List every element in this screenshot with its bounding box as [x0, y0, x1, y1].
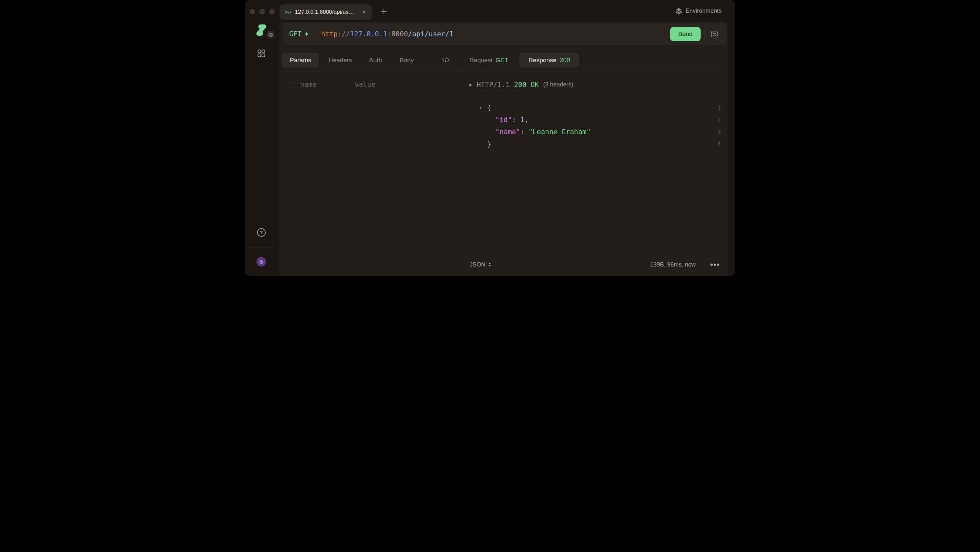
- tab-body[interactable]: Body: [399, 53, 414, 67]
- protocol-label: HTTP/1.1: [477, 81, 510, 89]
- param-value-input[interactable]: [355, 79, 427, 90]
- workspaces-button[interactable]: [258, 49, 265, 57]
- response-format-value: JSON: [470, 261, 485, 268]
- workspace-badge[interactable]: [267, 31, 274, 39]
- url-token: http: [321, 30, 338, 38]
- param-enabled-checkbox[interactable]: [290, 81, 296, 87]
- tab-auth[interactable]: Auth: [369, 53, 382, 67]
- fold-gutter: [477, 126, 484, 138]
- code-view-button[interactable]: [442, 56, 450, 63]
- code-text: }: [487, 138, 491, 150]
- sidebar-divider: [248, 247, 274, 247]
- tab-params[interactable]: Params: [282, 53, 319, 67]
- tab-params-label: Params: [290, 57, 311, 64]
- dock-panel-icon: [710, 30, 718, 38]
- urlbar-divider: [705, 23, 705, 45]
- url-bar: GET http://127.0.0.1:8000/api/user/1 Sen…: [283, 23, 727, 45]
- layers-icon: [675, 8, 682, 14]
- response-body: ▼{1"id": 1,2"name": "Leanne Graham"3}4: [279, 102, 728, 150]
- param-row-divider: [289, 94, 446, 94]
- line-number: 3: [708, 126, 721, 138]
- tab-request[interactable]: Request GET: [469, 53, 508, 67]
- line-number: 2: [708, 114, 721, 126]
- grid-icon: [258, 49, 265, 57]
- code-line: "name": "Leanne Graham"3: [279, 126, 728, 138]
- tabrow-divider: [279, 71, 728, 71]
- url-input[interactable]: http://127.0.0.1:8000/api/user/1: [321, 23, 453, 45]
- code-text: "id": 1,: [487, 114, 528, 126]
- tab-headers[interactable]: Headers: [329, 53, 352, 67]
- sort-arrows-icon: [488, 263, 491, 267]
- user-avatar[interactable]: [256, 257, 266, 266]
- tab-request-label: Request: [469, 57, 493, 64]
- code-line: "id": 1,2: [279, 114, 728, 126]
- tab-response-label: Response: [528, 57, 557, 64]
- layout-panel-button[interactable]: [710, 30, 718, 38]
- code-line: ▼{1: [279, 102, 728, 114]
- response-format-select[interactable]: JSON: [470, 259, 491, 270]
- code-line: }4: [279, 138, 728, 150]
- headers-count: (3 headers): [543, 81, 573, 88]
- param-name-input[interactable]: [300, 79, 349, 90]
- fold-gutter: [477, 138, 484, 150]
- send-button[interactable]: Send: [670, 27, 701, 41]
- triangle-right-icon: ▶: [469, 82, 473, 87]
- app-window: GET 127.0.0.1:8000/api/us… ✕ Environment…: [245, 0, 735, 276]
- tab-response[interactable]: Response 200: [519, 53, 579, 67]
- request-tab[interactable]: GET 127.0.0.1:8000/api/us… ✕: [280, 4, 372, 20]
- tab-request-method: GET: [496, 57, 508, 64]
- new-tab-button[interactable]: [379, 7, 388, 16]
- cube-icon: [268, 32, 273, 37]
- help-icon: ?: [260, 230, 263, 235]
- tab-title: 127.0.0.1:8000/api/us…: [295, 9, 354, 15]
- response-status-line[interactable]: ▶ HTTP/1.1 200 OK (3 headers): [469, 79, 573, 91]
- plus-icon: [380, 8, 388, 15]
- incognito-avatar-icon: [258, 259, 264, 265]
- url-token: /api/user/1: [408, 30, 453, 38]
- triangle-down-icon[interactable]: ▼: [477, 102, 484, 114]
- response-divider: [479, 94, 723, 94]
- status-label: 200 OK: [514, 81, 539, 89]
- help-button[interactable]: ?: [257, 228, 266, 237]
- ellipsis-icon: [710, 263, 713, 266]
- url-token: ://: [338, 30, 350, 38]
- traffic-light-zoom[interactable]: [269, 9, 275, 14]
- response-menu-button[interactable]: [710, 259, 719, 270]
- app-logo[interactable]: [256, 24, 266, 37]
- line-number: 4: [708, 138, 721, 150]
- fold-gutter: [477, 114, 484, 126]
- traffic-light-close[interactable]: [250, 9, 255, 14]
- environments-label: Environments: [686, 8, 722, 14]
- close-icon[interactable]: ✕: [361, 9, 367, 15]
- url-token: :: [387, 30, 391, 38]
- code-text: {: [487, 102, 491, 114]
- response-status-badge: 200: [560, 57, 570, 64]
- code-text: "name": "Leanne Graham": [487, 126, 590, 138]
- method-select[interactable]: GET: [289, 23, 308, 45]
- url-token: 127.0.0.1: [350, 30, 388, 38]
- code-icon: [442, 56, 450, 63]
- tab-method-badge: GET: [285, 11, 292, 14]
- response-meta: 139B, 96ms, now: [650, 259, 696, 270]
- url-token: 8000: [391, 30, 408, 38]
- environments-button[interactable]: Environments: [675, 0, 722, 22]
- sort-arrows-icon: [305, 32, 308, 36]
- traffic-light-minimize[interactable]: [259, 9, 265, 14]
- main-panel: GET http://127.0.0.1:8000/api/user/1 Sen…: [279, 22, 728, 276]
- method-value: GET: [289, 30, 302, 38]
- line-number: 1: [708, 102, 721, 114]
